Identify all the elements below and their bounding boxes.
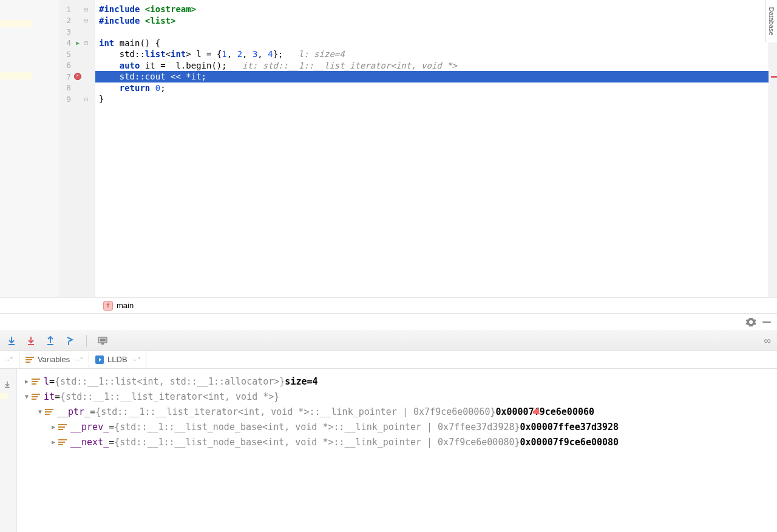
evaluate-expression-icon[interactable] bbox=[98, 336, 107, 346]
struct-icon bbox=[32, 379, 40, 385]
svg-rect-3 bbox=[47, 344, 53, 345]
svg-rect-2 bbox=[28, 344, 34, 345]
line-number: 5 bbox=[59, 50, 73, 59]
step-over-icon[interactable] bbox=[6, 335, 17, 346]
run-to-cursor-icon[interactable] bbox=[64, 335, 75, 346]
debugger-stepper-toolbar: ∞ bbox=[0, 331, 777, 351]
line-number: 9 bbox=[59, 95, 73, 104]
infinity-icon[interactable]: ∞ bbox=[764, 335, 771, 346]
breakpoint-icon[interactable] bbox=[73, 73, 82, 80]
tab-variables[interactable]: Variables →" bbox=[19, 351, 89, 368]
editor-left-margin bbox=[0, 0, 59, 297]
expand-icon[interactable]: ▼ bbox=[22, 393, 32, 400]
tool-options-bar bbox=[0, 313, 777, 331]
lldb-icon bbox=[95, 355, 104, 364]
fold-icon[interactable]: ⊟ bbox=[82, 39, 90, 47]
fold-icon[interactable]: ⊟ bbox=[82, 16, 90, 24]
code-editor[interactable]: #include <iostream> #include <list> int … bbox=[95, 0, 769, 297]
gear-icon[interactable] bbox=[745, 317, 756, 328]
expand-icon[interactable]: ▼ bbox=[35, 408, 45, 415]
variable-row[interactable]: ▶ __next_ = {std::__1::__list_node_base<… bbox=[17, 434, 777, 450]
tab-lldb[interactable]: LLDB →" bbox=[89, 351, 146, 368]
scrollbar-marker[interactable] bbox=[771, 76, 777, 78]
struct-icon bbox=[58, 439, 67, 445]
down-arrow-icon[interactable] bbox=[4, 380, 11, 391]
line-number: 2 bbox=[59, 16, 73, 25]
variable-row[interactable]: ▶ l = {std::__1::list<int, std::__1::all… bbox=[17, 374, 777, 389]
svg-rect-5 bbox=[100, 338, 106, 342]
variable-row[interactable]: ▼ __ptr_ = {std::__1::__list_iterator<in… bbox=[17, 404, 777, 419]
line-number: 8 bbox=[59, 83, 73, 92]
svg-rect-7 bbox=[5, 387, 10, 388]
line-number: 1 bbox=[59, 5, 73, 14]
step-into-icon[interactable] bbox=[25, 335, 36, 346]
variables-pane: ▶ l = {std::__1::list<int, std::__1::all… bbox=[0, 369, 777, 532]
editor-gutter[interactable]: 1⊟ 2⊟ 3 4▶⊟ 5 6 7 8 9⊟ bbox=[59, 0, 95, 297]
fold-icon[interactable]: ⊟ bbox=[82, 5, 90, 13]
svg-rect-1 bbox=[8, 344, 15, 345]
execution-line: std::cout << *it; bbox=[95, 71, 769, 82]
line-number: 7 bbox=[59, 72, 73, 81]
database-tool-tab[interactable]: Database bbox=[765, 0, 777, 42]
expand-icon[interactable]: ▶ bbox=[22, 378, 32, 385]
run-gutter-icon[interactable]: ▶ bbox=[73, 39, 82, 47]
expand-icon[interactable]: ▶ bbox=[49, 439, 58, 445]
struct-icon bbox=[45, 409, 53, 415]
variable-row[interactable]: ▼ it = {std::__1::__list_iterator<int, v… bbox=[17, 389, 777, 404]
variable-row[interactable]: ▶ __prev_ = {std::__1::__list_node_base<… bbox=[17, 419, 777, 434]
struct-icon bbox=[58, 424, 67, 430]
minimize-icon[interactable] bbox=[761, 317, 772, 328]
struct-icon bbox=[32, 394, 40, 400]
tab-label: Variables bbox=[38, 355, 70, 364]
tab-label: LLDB bbox=[107, 355, 127, 364]
line-number: 3 bbox=[59, 27, 73, 36]
debugger-tabs: →" Variables →" LLDB →" bbox=[0, 351, 777, 369]
function-icon: f bbox=[103, 301, 113, 311]
svg-rect-0 bbox=[762, 322, 771, 323]
editor-area: 1⊟ 2⊟ 3 4▶⊟ 5 6 7 8 9⊟ #include <iostrea… bbox=[0, 0, 777, 297]
line-number: 6 bbox=[59, 61, 73, 70]
editor-scrollbar[interactable]: ✓ bbox=[769, 0, 777, 297]
breadcrumb-bar: f main bbox=[0, 297, 777, 313]
expand-icon[interactable]: ▶ bbox=[49, 423, 58, 430]
svg-rect-6 bbox=[101, 343, 104, 345]
fold-icon[interactable]: ⊟ bbox=[82, 95, 90, 103]
line-number: 4 bbox=[59, 38, 73, 47]
database-tab-label: Database bbox=[768, 7, 775, 35]
tab-pin-left[interactable]: →" bbox=[0, 351, 19, 368]
variables-gutter bbox=[0, 369, 17, 532]
variables-icon bbox=[25, 357, 34, 363]
variables-tree[interactable]: ▶ l = {std::__1::list<int, std::__1::all… bbox=[17, 369, 777, 532]
step-out-icon[interactable] bbox=[45, 335, 56, 346]
breadcrumb-label[interactable]: main bbox=[117, 301, 134, 310]
